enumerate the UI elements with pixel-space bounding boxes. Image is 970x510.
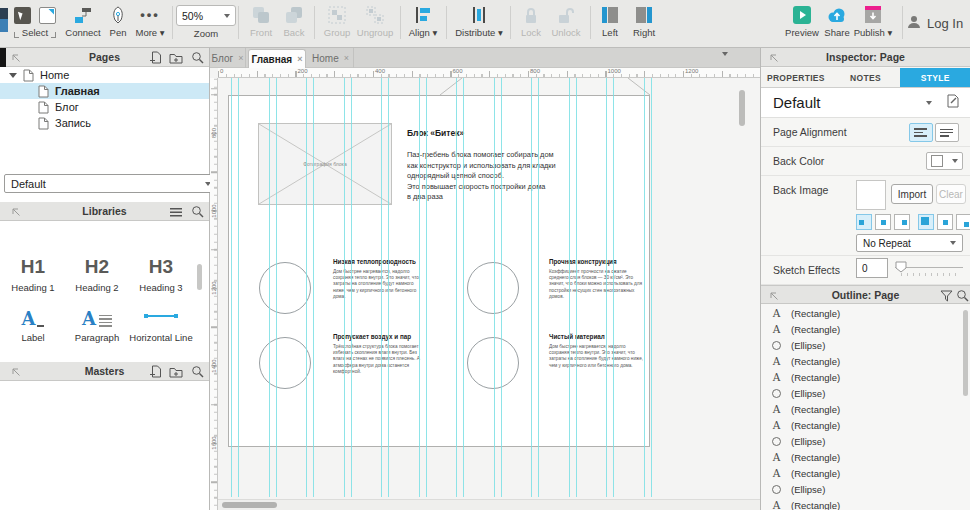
feature-block[interactable]: Чистый материал Дом быстрее нагревается,… [549, 333, 646, 369]
canvas-vscrollbar-thumb[interactable] [739, 90, 745, 126]
library-item-heading2[interactable]: H2 Heading 2 [65, 253, 129, 293]
search-icon[interactable] [955, 288, 970, 303]
tab-style[interactable]: STYLE [900, 68, 970, 87]
library-item-paragraph[interactable]: A Paragraph [65, 303, 129, 343]
outline-row[interactable]: A(Rectangle) [761, 369, 970, 385]
outline-row[interactable]: (Ellipse) [761, 385, 970, 401]
feature-block[interactable]: Пропускает воздух и пар Трёхслойная стру… [333, 333, 426, 375]
horizontal-ruler[interactable]: 020040060080010001200 [218, 68, 760, 78]
tab-notes[interactable]: NOTES [831, 68, 901, 87]
chevron-down-icon[interactable] [926, 101, 932, 105]
hero-paragraph-text[interactable]: Паз-гребень блока помогает собирать дом … [407, 150, 647, 203]
back-color-picker[interactable] [926, 152, 963, 170]
front-button[interactable]: Front [243, 5, 279, 38]
library-scrollbar-thumb[interactable] [197, 264, 202, 290]
share-button[interactable]: Share [819, 5, 855, 38]
image-position-left-toggle[interactable] [856, 214, 872, 230]
outline-row[interactable]: A(Rectangle) [761, 321, 970, 337]
back-image-preview[interactable] [856, 180, 886, 210]
canvas-viewport[interactable]: Фотография блока Блок «Битек» Паз-гребен… [218, 78, 760, 510]
align-page-center-button[interactable] [935, 123, 959, 142]
lock-button[interactable]: Lock [514, 5, 548, 38]
publish-button[interactable]: Publish ▾ [851, 5, 895, 38]
image-size-fit-toggle[interactable] [937, 214, 953, 230]
outline-row[interactable]: A(Rectangle) [761, 305, 970, 321]
login-button[interactable]: Log In [906, 0, 963, 47]
image-size-fill-toggle[interactable] [918, 214, 934, 230]
tab-blog[interactable]: Блог× [210, 48, 246, 68]
distribute-button[interactable]: Distribute ▾ [450, 5, 508, 38]
left-panel-toggle[interactable]: Left [594, 5, 626, 38]
add-folder-icon[interactable] [168, 50, 183, 65]
library-item-heading1[interactable]: H1 Heading 1 [1, 253, 65, 293]
back-button[interactable]: Back [277, 5, 311, 38]
feature-block[interactable]: Низкая теплопроводность Дом быстрее нагр… [333, 258, 426, 300]
more-button[interactable]: ••• More ▾ [130, 5, 170, 38]
right-panel-toggle[interactable]: Right [626, 5, 662, 38]
library-item-heading3[interactable]: H3 Heading 3 [129, 253, 193, 293]
sketch-effects-input[interactable]: 0 [856, 258, 888, 278]
search-icon[interactable] [190, 50, 205, 65]
tab-overflow-button[interactable] [722, 52, 728, 56]
align-page-left-button[interactable] [909, 123, 933, 142]
outline-row[interactable]: (Ellipse) [761, 433, 970, 449]
image-position-center-toggle[interactable] [875, 214, 891, 230]
new-style-icon[interactable] [946, 94, 960, 112]
search-icon[interactable] [190, 364, 205, 379]
clear-button[interactable]: Clear [936, 184, 966, 204]
outline-row[interactable]: A(Rectangle) [761, 449, 970, 465]
add-folder-icon[interactable] [168, 364, 183, 379]
ellipse-shape[interactable] [259, 262, 311, 314]
expand-triangle-icon[interactable] [9, 73, 17, 78]
align-button[interactable]: Align ▾ [403, 5, 443, 38]
outline-row[interactable]: A(Rectangle) [761, 497, 970, 510]
close-icon[interactable]: × [297, 54, 302, 64]
import-button[interactable]: Import [891, 184, 933, 204]
menu-icon[interactable] [168, 204, 183, 219]
page-tree-item-glavnaya[interactable]: Главная [0, 83, 209, 99]
outline-row[interactable]: A(Rectangle) [761, 353, 970, 369]
close-icon[interactable]: × [344, 53, 349, 63]
connect-button[interactable]: Connect [62, 5, 104, 38]
image-placeholder[interactable]: Фотография блока [258, 123, 392, 205]
image-position-right-toggle[interactable] [894, 214, 910, 230]
outline-row[interactable]: (Ellipse) [761, 481, 970, 497]
library-item-label-widget[interactable]: A Label [1, 303, 65, 343]
ellipse-shape[interactable] [467, 262, 519, 314]
repeat-select[interactable]: No Repeat [856, 234, 963, 252]
pen-button[interactable]: Pen [104, 5, 132, 38]
search-icon[interactable] [190, 204, 205, 219]
outline-row[interactable]: (Ellipse) [761, 337, 970, 353]
outline-row[interactable]: A(Rectangle) [761, 465, 970, 481]
add-page-icon[interactable] [148, 364, 163, 379]
select-tool-button[interactable]: Select [8, 5, 62, 38]
page-tree-item-zapis[interactable]: Запись [0, 115, 209, 131]
page-tree-item-home[interactable]: Home [0, 67, 209, 83]
group-button[interactable]: Group [318, 5, 356, 38]
ellipse-shape[interactable] [259, 337, 311, 389]
ellipse-shape[interactable] [467, 337, 519, 389]
outline-scrollbar-thumb[interactable] [963, 310, 968, 396]
preview-button[interactable]: Preview [781, 5, 823, 38]
library-item-horizontal-line[interactable]: Horizontal Line [129, 303, 193, 343]
guide-line[interactable] [651, 78, 652, 497]
tab-glavnaya[interactable]: Главная× [248, 49, 306, 68]
feature-block[interactable]: Прочная конструкция Коэффициент прочност… [549, 258, 646, 300]
tab-home[interactable]: Home× [308, 48, 354, 68]
filter-icon[interactable] [939, 288, 954, 303]
clipped-image-placeholder[interactable] [440, 78, 650, 95]
vertical-ruler[interactable]: 8001000120014001600 [210, 78, 218, 510]
outline-row[interactable]: A(Rectangle) [761, 417, 970, 433]
tab-properties[interactable]: PROPERTIES [761, 68, 831, 87]
image-size-original-toggle[interactable] [956, 214, 970, 230]
ungroup-button[interactable]: Ungroup [352, 5, 398, 38]
outline-row[interactable]: A(Rectangle) [761, 401, 970, 417]
unlock-button[interactable]: Unlock [546, 5, 586, 38]
close-icon[interactable]: × [238, 53, 243, 63]
add-page-icon[interactable] [148, 50, 163, 65]
canvas-hscrollbar[interactable] [218, 499, 760, 510]
zoom-select[interactable]: 50% [176, 5, 236, 26]
library-select[interactable]: Default [4, 174, 218, 193]
page-tree-item-blog[interactable]: Блог [0, 99, 209, 115]
canvas-hscrollbar-thumb[interactable] [222, 502, 277, 508]
